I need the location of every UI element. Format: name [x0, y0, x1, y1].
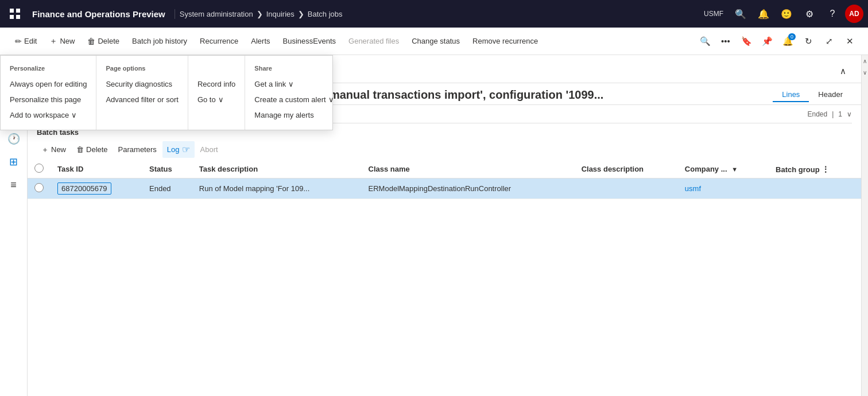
record-info-item[interactable]: Record info	[188, 76, 245, 92]
batch-group-more-icon[interactable]: ⋮	[822, 165, 830, 174]
notif-icon[interactable]: 🔔 0	[778, 32, 797, 51]
batch-job-expand-icon[interactable]: ∨	[847, 110, 852, 118]
action-bar: ✏ Edit ＋ New 🗑 Delete Batch job history …	[0, 28, 868, 55]
personalize-col: Personalize Always open for editing Pers…	[1, 56, 96, 130]
row-class-name-cell: ERModelMappingDestinationRunController	[362, 178, 575, 199]
page-options-header: Page options	[96, 63, 187, 76]
security-diagnostics-item[interactable]: Security diagnostics	[96, 76, 187, 92]
row-class-description-cell	[575, 178, 678, 199]
personalize-page-item[interactable]: Personalize this page	[1, 92, 96, 107]
sidebar-list-icon[interactable]: ≡	[3, 174, 24, 195]
batch-tasks-action-bar: ＋ New 🗑 Delete Parameters Log ☞ Abort	[28, 139, 861, 160]
batch-tasks-table-container: Task ID Status Task description Class na…	[28, 160, 861, 199]
company-filter-icon[interactable]: ▼	[731, 166, 738, 173]
add-workspace-chevron: ∨	[71, 111, 77, 119]
bell-icon[interactable]: 🔔	[753, 3, 774, 24]
batch-job-history-button[interactable]: Batch job history	[126, 33, 193, 49]
add-to-workspace-item[interactable]: Add to workspace ∨	[1, 107, 96, 123]
task-id-value[interactable]: 68720005679	[57, 183, 111, 195]
scroll-track: ∧ ∨	[861, 55, 868, 396]
help-icon[interactable]: ?	[822, 3, 843, 24]
always-open-editing-item[interactable]: Always open for editing	[1, 76, 96, 92]
tab-header[interactable]: Header	[809, 88, 852, 102]
page-options-col: Page options Security diagnostics Advanc…	[96, 56, 188, 130]
settings-icon[interactable]: ⚙	[799, 3, 820, 24]
batch-tasks-delete-button[interactable]: 🗑 Delete	[72, 142, 113, 157]
breadcrumb-inquiries[interactable]: Inquiries	[266, 10, 294, 18]
search-icon[interactable]: 🔍	[730, 3, 751, 24]
notif-badge-count: 0	[788, 33, 796, 41]
sidebar-grid-icon[interactable]: ⊞	[3, 152, 24, 172]
smiley-icon[interactable]: 🙂	[776, 3, 797, 24]
row-batch-group-cell	[769, 178, 861, 199]
refresh-icon[interactable]: ↻	[799, 32, 817, 51]
new-button[interactable]: ＋ New	[44, 33, 80, 50]
table-row[interactable]: 68720005679 Ended Run of Model mapping '…	[28, 178, 861, 199]
table-header-row: Task ID Status Task description Class na…	[28, 160, 861, 178]
row-radio-button[interactable]	[34, 183, 44, 192]
breadcrumb-system-admin[interactable]: System administration	[180, 10, 253, 18]
manage-alerts-item[interactable]: Manage my alerts	[245, 107, 343, 123]
custom-alert-chevron: ∨	[328, 95, 334, 104]
col-class-name[interactable]: Class name	[362, 160, 575, 178]
share-header: Share	[245, 63, 343, 76]
svg-rect-3	[16, 15, 20, 19]
header-radio[interactable]	[34, 164, 44, 173]
more-options-icon[interactable]: •••	[716, 32, 735, 51]
row-task-id-cell[interactable]: 68720005679	[51, 178, 142, 199]
svg-rect-0	[10, 9, 14, 13]
edit-button[interactable]: ✏ Edit	[9, 33, 42, 49]
tab-lines[interactable]: Lines	[773, 88, 809, 102]
region-label: USMF	[699, 10, 728, 18]
batch-job-status: Ended	[807, 110, 827, 118]
svg-rect-1	[16, 9, 20, 13]
advanced-filter-sort-item[interactable]: Advanced filter or sort	[96, 92, 187, 107]
row-radio-cell[interactable]	[28, 178, 51, 199]
remove-recurrence-button[interactable]: Remove recurrence	[467, 33, 544, 49]
col-class-description[interactable]: Class description	[575, 160, 678, 178]
breadcrumb-batch-jobs[interactable]: Batch jobs	[308, 10, 343, 18]
alerts-button[interactable]: Alerts	[245, 33, 276, 49]
share-col: Share Get a link ∨ Create a custom alert…	[245, 56, 343, 130]
app-grid-icon[interactable]	[5, 3, 25, 24]
business-events-button[interactable]: BusinessEvents	[277, 33, 342, 49]
custom-alert-item[interactable]: Create a custom alert ∨	[245, 92, 343, 107]
generated-files-button[interactable]: Generated files	[343, 33, 405, 49]
batch-job-section-right: Ended | 1 ∨	[807, 110, 852, 118]
col-task-id[interactable]: Task ID	[51, 160, 142, 178]
change-status-button[interactable]: Change status	[406, 33, 466, 49]
col-company[interactable]: Company ... ▼	[678, 160, 769, 178]
breadcrumb-sep-1: ❯	[257, 10, 263, 18]
batch-tasks-new-button[interactable]: ＋ New	[37, 142, 71, 158]
row-company-cell: usmf	[678, 178, 769, 199]
bookmark-icon[interactable]: 🔖	[737, 32, 755, 51]
delete-button[interactable]: 🗑 Delete	[82, 33, 125, 49]
action-bar-right-icons: 🔍 ••• 🔖 📌 🔔 0 ↻ ⤢ ✕	[696, 32, 859, 51]
search-action-icon[interactable]: 🔍	[696, 32, 714, 51]
app-title: Finance and Operations Preview	[30, 9, 175, 19]
avatar[interactable]: AD	[845, 5, 863, 23]
col-batch-group[interactable]: Batch group ⋮	[769, 160, 861, 178]
get-link-item[interactable]: Get a link ∨	[245, 76, 343, 92]
batch-tasks-parameters-button[interactable]: Parameters	[114, 142, 161, 157]
expand-icon[interactable]: ⤢	[820, 32, 838, 51]
pin-icon[interactable]: 📌	[758, 32, 776, 51]
collapse-panel-icon[interactable]: ∧	[834, 62, 852, 80]
record-col: Record Record info Go to ∨	[188, 56, 245, 130]
col-status[interactable]: Status	[142, 160, 192, 178]
go-to-item[interactable]: Go to ∨	[188, 92, 245, 107]
batch-job-count: 1	[838, 110, 842, 118]
top-nav: Finance and Operations Preview System ad…	[0, 0, 868, 28]
scroll-up-btn[interactable]: ∧	[862, 55, 868, 67]
batch-tasks-new-icon: ＋	[41, 145, 49, 155]
close-icon[interactable]: ✕	[840, 32, 859, 51]
scroll-down-btn[interactable]: ∨	[862, 67, 868, 78]
sidebar-clock-icon[interactable]: 🕐	[3, 129, 24, 149]
recurrence-button[interactable]: Recurrence	[194, 33, 244, 49]
col-task-description[interactable]: Task description	[192, 160, 362, 178]
col-checkbox[interactable]	[28, 160, 51, 178]
batch-tasks-abort-button[interactable]: Abort	[196, 142, 223, 157]
batch-tasks-log-button[interactable]: Log ☞	[162, 141, 195, 158]
options-dropdown: Personalize Always open for editing Pers…	[0, 55, 333, 130]
row-status-cell: Ended	[142, 178, 192, 199]
